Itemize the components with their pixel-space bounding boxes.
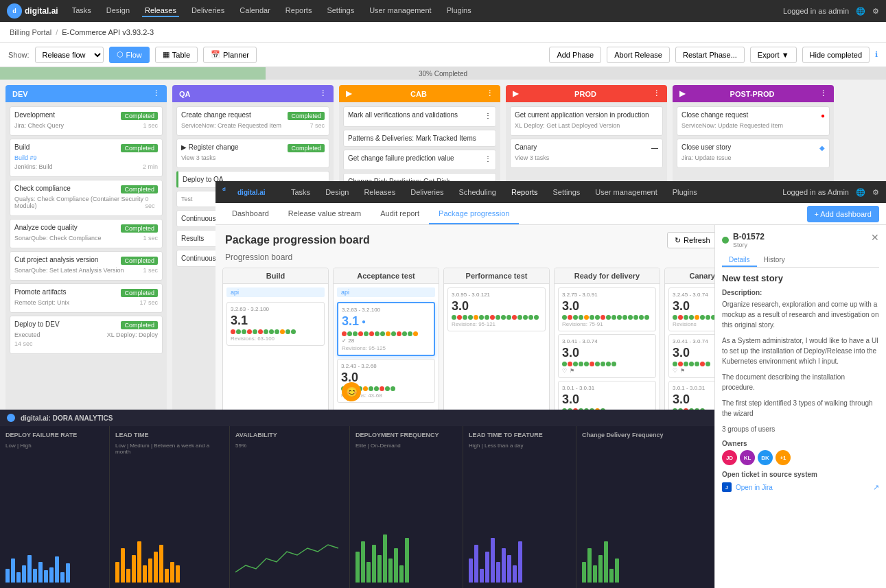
col-header-dev: DEV ⋮ [5,85,167,102]
onav-deliveries[interactable]: Deliveries [408,187,446,198]
nav-design[interactable]: Design [104,5,132,17]
prog-dots-perf [452,315,541,320]
tab-audit-report[interactable]: Audit report [371,203,429,224]
planner-btn[interactable]: 📅 Planner [203,47,257,63]
dora-deploy-freq: DEPLOYMENT FREQUENCY Elite | On-Demand [350,426,463,588]
prog-col-header-build: Build [223,268,328,284]
tab-release-value-stream[interactable]: Release value stream [279,203,371,224]
onav-reports[interactable]: Reports [509,187,541,198]
prog-card-num-build: 3.1 [231,314,320,328]
avatar-1: JD [722,450,737,465]
avatar-4: +1 [776,450,791,465]
dora-lead-title: LEAD TIME [115,432,224,438]
nav-plugins[interactable]: Plugins [444,5,474,17]
overlay-settings-icon[interactable]: ⚙ [872,188,879,197]
onav-user-mgmt[interactable]: User management [592,187,660,198]
onav-releases[interactable]: Releases [361,187,398,198]
export-btn[interactable]: Export ▼ [750,47,797,63]
info-icon[interactable]: ℹ [875,50,878,59]
restart-phase-btn[interactable]: Restart Phase... [675,47,745,63]
card-post-0: Close change request● ServiceNow: Update… [677,106,830,136]
dora-lead-feature: LEAD TIME TO FEATURE High | Less than a … [463,426,576,588]
show-label: Show: [8,51,30,59]
card-dev-0: DevelopmentCompleted Jira: Check Query1 … [10,106,163,136]
dora-deploy-title: DEPLOY FAILURE RATE [5,432,104,438]
dora-lead-chart [115,455,224,583]
detail-tabs: Details History [722,254,879,268]
nav-settings[interactable]: Settings [324,5,357,17]
dora-title: digital.ai: DORA ANALYTICS [21,414,113,422]
dora-avail-title: AVAILABILITY [235,432,344,438]
onav-tasks[interactable]: Tasks [288,187,313,198]
detail-panel-header: B-01572 Story ✕ [722,232,879,248]
hide-completed-btn[interactable]: Hide completed [802,47,870,63]
nav-reports[interactable]: Reports [283,5,315,17]
detail-tab-details[interactable]: Details [722,254,757,267]
onav-settings[interactable]: Settings [550,187,583,198]
overlay-nav-links: Tasks Design Releases Deliveries Schedul… [288,187,700,198]
nav-tasks[interactable]: Tasks [69,5,94,17]
onav-design[interactable]: Design [323,187,351,198]
flow-icon: ⬡ [117,50,124,59]
card-dev-4: Cut project analysis versionCompleted So… [10,251,163,281]
toolbar-right: Add Phase Abort Release Restart Phase...… [549,47,878,63]
logged-in-label: Logged in as admin [783,7,849,15]
avail-svg [235,531,342,583]
open-jira-label: Open in Jira [736,484,773,491]
detail-tab-history[interactable]: History [757,254,792,267]
card-prod-0: Get current application version in produ… [510,106,663,136]
settings-icon[interactable]: ⚙ [872,7,879,16]
dora-ltf-badge: High | Less than a day [469,443,570,449]
overlay-user-label: Logged in as Admin [782,188,849,196]
onav-plugins[interactable]: Plugins [670,187,700,198]
col-header-post-prod: ▶ POST-PROD ⋮ [673,85,834,102]
breadcrumb-parent[interactable]: Billing Portal [10,28,51,36]
top-nav-right: Logged in as admin 🌐 ⚙ [783,7,879,16]
card-dev-5: Promote artifactsCompleted Remote Script… [10,283,163,313]
refresh-btn[interactable]: ↻ Refresh [667,232,718,248]
prog-card-acceptance-0[interactable]: 3.2.63 - 3.2.100 3.1 ● ✓ 28 Revisions: 9… [337,302,435,356]
prog-card-perf-0[interactable]: 3.0.95 - 3.0.121 3.0 Revisions: 95-121 [447,287,546,331]
show-select[interactable]: Release flow [35,47,104,63]
float-emoji-btn[interactable]: 😊 [342,382,361,401]
col-header-qa: QA ⋮ [172,85,334,102]
api-label-build: api [226,287,325,297]
globe-icon: 🌐 [856,7,865,16]
dora-logo-dot [7,414,15,422]
card-cab-0: Mark all verifications and validations⋮ [343,106,496,127]
nav-deliveries[interactable]: Deliveries [189,5,227,17]
breadcrumb-separator: / [56,28,58,36]
onav-scheduling[interactable]: Scheduling [456,187,499,198]
flow-btn[interactable]: ⬡ Flow [109,47,150,63]
prog-card-ready-1[interactable]: 3.0.41 - 3.0.74 3.0 ♡⚑ [558,334,656,378]
desc-text-1: Organize research, exploration and come … [722,299,879,330]
card-dev-1: BuildCompleted Build #9 Jenkins: Build2 … [10,139,163,177]
add-phase-btn[interactable]: Add Phase [549,47,601,63]
tab-package-progression[interactable]: Package progression [429,203,519,224]
detail-close-btn[interactable]: ✕ [871,232,879,243]
nav-releases[interactable]: Releases [142,5,179,17]
card-qa-0: Create change requestCompleted ServiceNo… [176,106,329,136]
nav-user-management[interactable]: User management [366,5,434,17]
open-in-jira[interactable]: J Open in Jira ↗ [722,482,879,492]
pkg-title: Package progression board [225,234,370,246]
table-btn[interactable]: ▦ Table [155,47,198,63]
card-cab-1: Patterns & Deliveries: Mark Tracked Item… [343,130,496,147]
dora-ltf-chart [469,449,570,583]
card-dev-3: Analyze code qualityCompleted SonarQube:… [10,219,163,248]
dora-ltf-title: LEAD TIME TO FEATURE [469,432,570,438]
desc-label: Description: [722,289,879,296]
progress-fill [0,67,266,80]
prog-card-build-0[interactable]: 3.2.63 - 3.2.100 3.1 Revisions: 63-100 [226,302,325,346]
col-header-prod: ▶ PROD ⋮ [506,85,667,102]
abort-release-btn[interactable]: Abort Release [607,47,670,63]
prog-card-ready-0[interactable]: 3.2.75 - 3.0.91 3.0 Revisions: 75-91 [558,287,656,331]
add-dashboard-btn[interactable]: + Add dashboard [807,206,880,222]
dora-avail-chart [235,449,344,583]
prog-dots-acceptance-0 [342,331,430,336]
report-tab-right: + Add dashboard [807,206,880,222]
nav-calendar[interactable]: Calendar [237,5,273,17]
tab-dashboard[interactable]: Dashboard [222,203,279,224]
logo-text: digital.ai [25,6,58,16]
dora-deploy-subtitle: Low | High [5,443,32,449]
